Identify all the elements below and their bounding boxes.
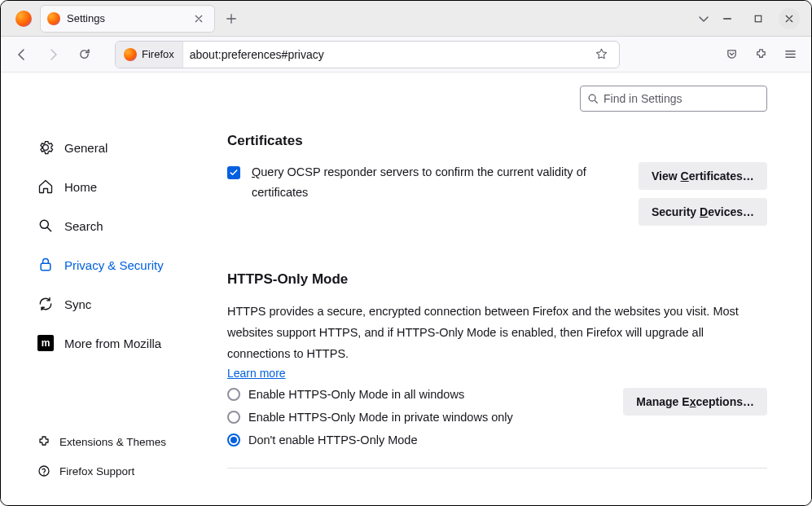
- firefox-icon: [124, 48, 137, 61]
- sidebar-item-label: General: [64, 141, 108, 155]
- sidebar-item-label: Home: [64, 180, 97, 194]
- manage-exceptions-button[interactable]: Manage Exceptions…: [623, 388, 767, 416]
- radio-label: Don't enable HTTPS-Only Mode: [248, 433, 417, 447]
- view-certificates-button[interactable]: View Certificates…: [639, 162, 767, 190]
- ocsp-label[interactable]: Query OCSP responder servers to confirm …: [252, 162, 627, 204]
- sidebar-item-general[interactable]: General: [37, 131, 203, 164]
- radio-icon: [227, 388, 240, 401]
- sidebar-item-label: Search: [64, 219, 103, 233]
- firefox-app-icon: [7, 11, 40, 27]
- titlebar: Settings: [1, 1, 811, 37]
- save-to-pocket-icon[interactable]: [718, 42, 744, 68]
- radio-https-all-windows[interactable]: Enable HTTPS-Only Mode in all windows: [227, 388, 623, 401]
- sidebar-item-sync[interactable]: Sync: [37, 288, 203, 320]
- sidebar-item-privacy[interactable]: Privacy & Security: [37, 249, 203, 281]
- close-window-button[interactable]: [779, 8, 800, 29]
- sidebar-item-label: Sync: [64, 297, 91, 311]
- sidebar-extensions-themes[interactable]: Extensions & Themes: [37, 427, 203, 456]
- find-in-settings-input[interactable]: [604, 92, 760, 105]
- radio-icon: [227, 433, 240, 447]
- main-content: Certificates Query OCSP responder server…: [203, 73, 811, 505]
- back-button[interactable]: [9, 42, 35, 68]
- ocsp-checkbox[interactable]: [227, 166, 240, 179]
- firefox-icon: [47, 12, 60, 25]
- url-input[interactable]: [183, 48, 590, 61]
- svg-rect-0: [755, 15, 762, 22]
- gear-icon: [37, 139, 55, 156]
- search-icon: [37, 217, 55, 235]
- minimize-button[interactable]: [717, 8, 738, 29]
- mozilla-icon: m: [37, 334, 55, 352]
- sync-icon: [37, 295, 55, 313]
- sidebar-item-home[interactable]: Home: [37, 170, 203, 203]
- forward-button[interactable]: [40, 42, 66, 68]
- radio-https-disabled[interactable]: Don't enable HTTPS-Only Mode: [227, 433, 623, 447]
- home-icon: [37, 178, 55, 196]
- https-only-description: HTTPS provides a secure, encrypted conne…: [227, 301, 767, 364]
- svg-rect-3: [41, 263, 50, 270]
- close-tab-icon[interactable]: [191, 11, 206, 26]
- radio-icon: [227, 411, 240, 424]
- svg-point-2: [40, 220, 48, 228]
- reload-button[interactable]: [71, 42, 97, 68]
- certificates-heading: Certificates: [227, 133, 767, 149]
- sidebar-item-search[interactable]: Search: [37, 209, 203, 242]
- maximize-button[interactable]: [748, 8, 769, 29]
- lock-icon: [37, 256, 55, 274]
- sidebar-item-label: More from Mozilla: [64, 337, 161, 350]
- divider: [227, 468, 767, 469]
- extensions-icon[interactable]: [748, 42, 774, 68]
- sidebar-item-mozilla[interactable]: m More from Mozilla: [37, 327, 203, 359]
- security-devices-button[interactable]: Security Devices…: [639, 198, 767, 226]
- sidebar-sub-label: Extensions & Themes: [59, 436, 166, 448]
- identity-box[interactable]: Firefox: [116, 42, 183, 68]
- sidebar: General Home Search Privacy & Security S…: [1, 73, 203, 505]
- sidebar-sub-label: Firefox Support: [59, 465, 134, 477]
- bookmark-star-icon[interactable]: [590, 43, 612, 66]
- help-icon: [37, 464, 51, 478]
- radio-label: Enable HTTPS-Only Mode in private window…: [248, 411, 513, 424]
- toolbar: Firefox: [1, 37, 811, 73]
- https-only-heading: HTTPS-Only Mode: [227, 271, 767, 288]
- new-tab-button[interactable]: [218, 6, 244, 32]
- identity-label: Firefox: [142, 48, 174, 60]
- sidebar-firefox-support[interactable]: Firefox Support: [37, 456, 203, 486]
- find-in-settings[interactable]: [580, 86, 767, 112]
- tab-settings[interactable]: Settings: [40, 5, 215, 33]
- url-bar[interactable]: Firefox: [115, 41, 620, 68]
- search-icon: [587, 93, 599, 104]
- learn-more-link[interactable]: Learn more: [227, 367, 286, 380]
- sidebar-item-label: Privacy & Security: [64, 258, 164, 272]
- tab-title: Settings: [67, 12, 185, 24]
- radio-label: Enable HTTPS-Only Mode in all windows: [248, 388, 464, 401]
- radio-https-private-only[interactable]: Enable HTTPS-Only Mode in private window…: [227, 411, 623, 424]
- svg-point-1: [589, 95, 595, 101]
- puzzle-icon: [37, 434, 51, 449]
- list-all-tabs-button[interactable]: [691, 6, 717, 32]
- app-menu-icon[interactable]: [777, 42, 803, 68]
